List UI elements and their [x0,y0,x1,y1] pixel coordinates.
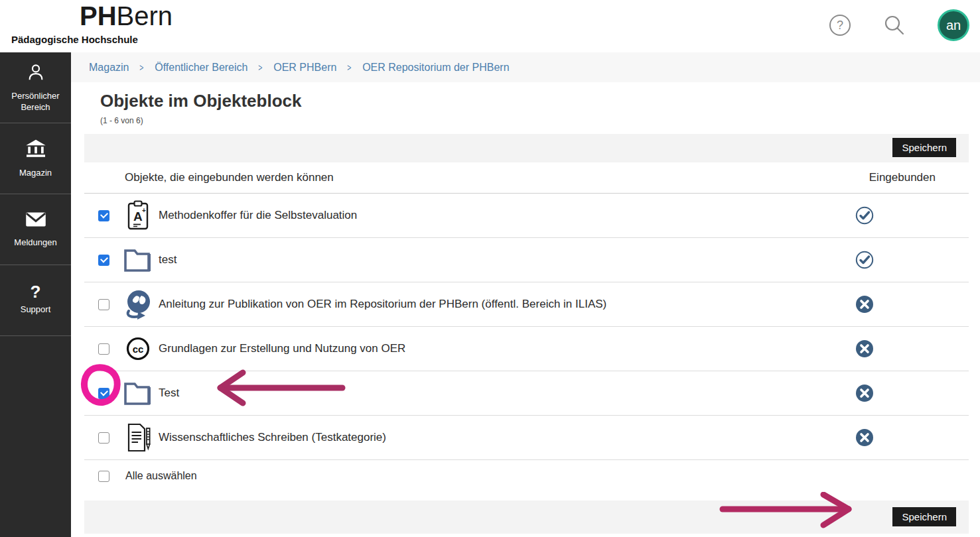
chevron-right-icon: > [140,62,144,73]
search-icon[interactable] [883,14,906,36]
table-header: Objekte, die eingebunden werden können E… [84,162,969,194]
toolbar-top: Speichern [84,134,969,162]
breadcrumb-magazin[interactable]: Magazin [89,62,129,74]
svg-text:+: + [142,207,146,214]
select-all-checkbox[interactable] [98,471,109,482]
row-checkbox[interactable] [98,343,109,355]
embedded-no-icon [855,295,874,314]
header-actions: ? an [829,9,969,41]
page-title: Objekte im Objekteblock [100,91,980,111]
phbern-logo: PHBern [80,1,173,31]
folder-icon [123,244,153,276]
object-label: Grundlagen zur Erstellung und Nutzung vo… [159,342,405,355]
embedded-no-icon [855,339,874,358]
object-label: Wissenschaftliches Schreiben (Testkatego… [159,431,386,444]
help-icon[interactable]: ? [829,14,851,36]
column-header-objects: Objekte, die eingebunden werden können [84,171,334,184]
envelope-icon [25,211,46,231]
creative-commons-icon: cc [123,333,153,365]
svg-text:A: A [133,209,143,223]
logo-subtitle: Pädagogische Hochschule [11,34,138,45]
breadcrumb-oer-phbern[interactable]: OER PHBern [273,62,336,74]
embedded-status [855,339,874,358]
table-row: Anleitung zur Publikation von OER im Rep… [84,282,969,327]
sidebar-item-personal[interactable]: Persönlicher Bereich [0,52,71,123]
chevron-right-icon: > [348,62,352,73]
avatar[interactable]: an [938,9,969,41]
embedded-no-icon [855,384,874,402]
main-content: Magazin > Öffentlicher Bereich > OER PHB… [71,52,980,537]
sidebar-item-magazin[interactable]: Magazin [0,123,71,194]
embedded-status [855,206,874,225]
object-label: Anleitung zur Publikation von OER im Rep… [159,298,606,311]
table-row: cc Grundlagen zur Erstellung und Nutzung… [84,327,969,371]
sidebar-item-label: Magazin [19,168,52,178]
column-header-embedded: Eingebunden [869,171,936,184]
sidebar-item-label: Support [21,304,51,315]
pagination-top: (1 - 6 von 6) [100,116,980,125]
svg-text:?: ? [837,19,843,32]
object-label: Methodenkoffer für die Selbstevaluation [159,209,357,222]
learning-module-icon [123,288,153,320]
select-all-label: Alle auswählen [125,470,197,482]
folder-icon [123,377,153,409]
row-checkbox[interactable] [98,210,109,221]
person-icon [26,62,46,85]
header: PHBern Pädagogische Hochschule ? an [0,0,980,52]
bank-icon [25,139,46,161]
embedded-no-icon [855,428,874,447]
logo-ph: PH [80,1,117,30]
clipboard-evaluation-icon: A+ [123,200,153,231]
question-icon: ? [31,285,41,298]
sidebar-item-meldungen[interactable]: Meldungen [0,194,71,265]
toolbar-bottom: Speichern [84,501,969,534]
row-checkbox[interactable] [98,432,109,444]
table-row: A+ Methodenkoffer für die Selbstevaluati… [84,194,969,238]
breadcrumb-oer-repositorium[interactable]: OER Repositorium der PHBern [362,62,509,74]
object-label: test [159,253,176,267]
sidebar-item-label: Meldungen [14,237,56,248]
breadcrumb: Magazin > Öffentlicher Bereich > OER PHB… [71,52,980,82]
object-label: Test [159,387,179,400]
table-row: Wissenschaftliches Schreiben (Testkatego… [84,416,969,460]
logo-bern: Bern [117,1,173,30]
svg-text:cc: cc [133,343,144,355]
save-button-bottom[interactable]: Speichern [892,507,956,526]
embedded-yes-icon [855,206,874,225]
breadcrumb-oeffentlicher-bereich[interactable]: Öffentlicher Bereich [155,62,247,74]
row-checkbox[interactable] [98,388,109,399]
title-block: Objekte im Objekteblock (1 - 6 von 6) [71,82,980,125]
document-pen-icon [123,422,153,453]
table-row: Test [84,371,969,416]
sidebar: Persönlicher Bereich Magazin Meldungen ?… [0,52,71,537]
embedded-status [855,251,874,269]
select-all-row: Alle auswählen [84,460,969,492]
chevron-right-icon: > [259,62,263,73]
objects-table: Objekte, die eingebunden werden können E… [84,162,969,492]
sidebar-item-label: Persönlicher Bereich [3,91,68,113]
embedded-status [855,295,874,314]
row-checkbox[interactable] [98,255,109,266]
sidebar-item-support[interactable]: ? Support [0,265,71,336]
embedded-status [855,428,874,447]
embedded-status [855,384,874,402]
table-row: test [84,238,969,282]
row-checkbox[interactable] [98,299,109,310]
save-button-top[interactable]: Speichern [892,138,956,157]
embedded-yes-icon [855,251,874,269]
